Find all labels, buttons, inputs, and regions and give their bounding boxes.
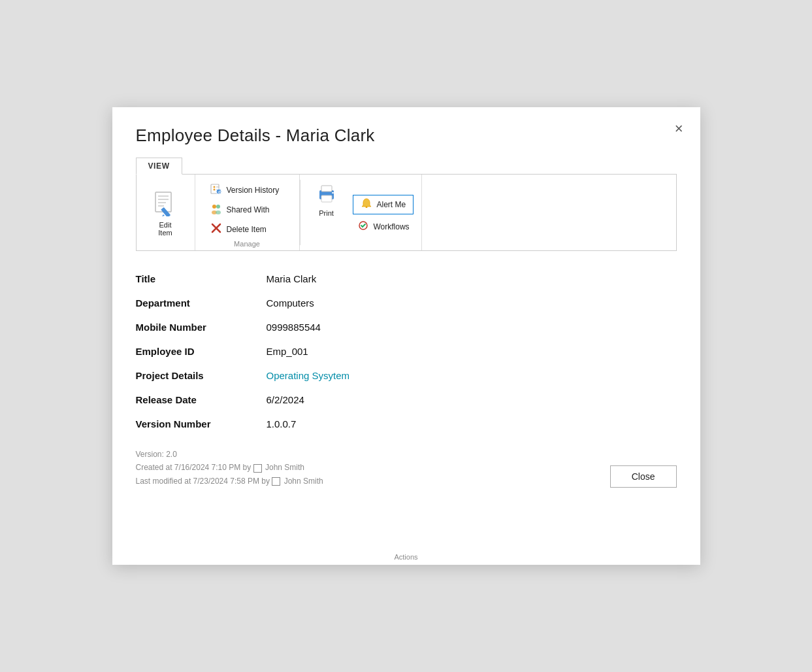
workflows-label: Workflows (374, 222, 410, 231)
field-value: 1.0.0.7 (267, 412, 677, 436)
ribbon-section-actions: Print Alert Me (300, 175, 422, 250)
footer-meta: Version: 2.0 Created at 7/16/2024 7:10 P… (136, 448, 323, 488)
created-by-user-icon (253, 464, 262, 473)
footer-version: Version: 2.0 (136, 448, 323, 461)
ribbon-tabs: VIEW (136, 158, 677, 175)
tab-view[interactable]: VIEW (136, 158, 182, 175)
actions-section-label: Actions (112, 553, 700, 561)
svg-rect-24 (365, 207, 367, 208)
employee-details-dialog: Employee Details - Maria Clark × VIEW (112, 107, 700, 565)
alert-me-icon (360, 198, 373, 211)
field-label: Project Details (136, 363, 267, 388)
svg-text:↺: ↺ (217, 190, 220, 194)
field-row: Employee IDEmp_001 (136, 339, 677, 363)
delete-item-label: Delete Item (227, 225, 267, 234)
modified-by-user-icon (272, 477, 280, 486)
footer-modified: Last modified at 7/23/2024 7:58 PM by Jo… (136, 475, 323, 488)
svg-point-17 (216, 210, 221, 214)
fields-table: TitleMaria ClarkDepartmentComputersMobil… (136, 267, 677, 436)
field-row: TitleMaria Clark (136, 267, 677, 291)
field-value: 0999885544 (267, 315, 677, 339)
field-label: Release Date (136, 388, 267, 412)
svg-marker-6 (162, 214, 165, 216)
dialog-close-button[interactable]: × (675, 122, 683, 136)
field-value: Computers (267, 291, 677, 315)
svg-point-8 (213, 186, 215, 188)
svg-point-15 (216, 205, 220, 209)
svg-point-10 (213, 189, 215, 191)
print-button[interactable]: Print (308, 180, 345, 220)
footer-created: Created at 7/16/2024 7:10 PM by John Smi… (136, 461, 323, 474)
version-history-label: Version History (227, 186, 280, 195)
field-row: Project DetailsOperating Sysytem (136, 363, 677, 388)
version-history-button[interactable]: ↺ Version History (206, 181, 289, 199)
svg-point-14 (212, 205, 216, 209)
delete-item-button[interactable]: Delete Item (206, 220, 289, 239)
edit-item-label: EditItem (158, 221, 172, 237)
ribbon-section-edit: EditItem (137, 175, 195, 250)
workflows-icon (357, 220, 370, 233)
alert-me-button[interactable]: Alert Me (353, 195, 414, 214)
svg-rect-23 (332, 192, 334, 193)
field-value: Maria Clark (267, 267, 677, 291)
print-label: Print (319, 209, 334, 217)
field-value: Emp_001 (267, 339, 677, 363)
field-row: Mobile Number0999885544 (136, 315, 677, 339)
svg-rect-22 (321, 195, 332, 202)
workflows-button[interactable]: Workflows (353, 218, 414, 235)
version-history-icon: ↺ (210, 183, 223, 197)
field-label: Department (136, 291, 267, 315)
ribbon-section-manage: ↺ Version History Shared With (195, 175, 300, 250)
field-value: 6/2/2024 (267, 388, 677, 412)
shared-with-button[interactable]: Shared With (206, 201, 289, 219)
field-row: Release Date6/2/2024 (136, 388, 677, 412)
edit-item-icon (154, 192, 176, 220)
ribbon-body: EditItem ↺ (136, 175, 677, 251)
edit-item-button[interactable]: EditItem (147, 189, 184, 239)
shared-with-label: Shared With (227, 205, 270, 214)
field-label: Version Number (136, 412, 267, 436)
field-row: DepartmentComputers (136, 291, 677, 315)
footer: Version: 2.0 Created at 7/16/2024 7:10 P… (136, 448, 677, 488)
shared-with-icon (210, 203, 223, 217)
manage-section-label: Manage (206, 240, 289, 248)
field-label: Employee ID (136, 339, 267, 363)
close-button[interactable]: Close (610, 465, 677, 488)
field-row: Version Number1.0.0.7 (136, 412, 677, 436)
field-value[interactable]: Operating Sysytem (267, 363, 677, 388)
field-label: Title (136, 267, 267, 291)
print-icon (316, 182, 338, 208)
field-label: Mobile Number (136, 315, 267, 339)
dialog-title: Employee Details - Maria Clark (136, 126, 677, 146)
svg-rect-21 (321, 186, 332, 192)
alert-me-label: Alert Me (377, 200, 406, 209)
delete-item-icon (210, 222, 223, 237)
